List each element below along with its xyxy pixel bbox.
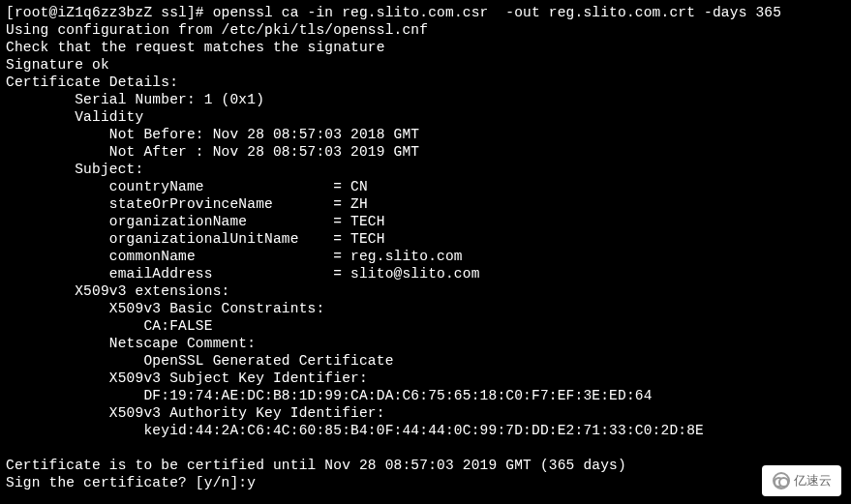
output-line: emailAddress = slito@slito.com <box>6 266 480 282</box>
shell-prompt: [root@iZ1q6zz3bzZ ssl]# <box>6 5 213 20</box>
output-line: Using configuration from /etc/pki/tls/op… <box>6 22 428 38</box>
output-line: Certificate is to be certified until Nov… <box>6 458 626 473</box>
output-line: stateOrProvinceName = ZH <box>6 196 368 212</box>
output-line: keyid:44:2A:C6:4C:60:85:B4:0F:44:44:0C:9… <box>6 423 704 438</box>
output-line: Subject: <box>6 162 143 177</box>
output-line: Validity <box>6 109 143 125</box>
output-line: X509v3 Basic Constraints: <box>6 301 333 316</box>
terminal-window[interactable]: [root@iZ1q6zz3bzZ ssl]# openssl ca -in r… <box>0 0 851 504</box>
output-line: Signature ok <box>6 57 109 73</box>
output-line: Certificate Details: <box>6 74 178 90</box>
output-line: Check that the request matches the signa… <box>6 40 385 55</box>
output-line: Not Before: Nov 28 08:57:03 2018 GMT <box>6 127 419 142</box>
input-prompt-line[interactable]: Sign the certificate? [y/n]:y <box>6 475 256 490</box>
output-line: commonName = reg.slito.com <box>6 249 463 264</box>
output-line: organizationName = TECH <box>6 214 385 229</box>
output-line: OpenSSL Generated Certificate <box>6 353 394 369</box>
output-line: X509v3 Subject Key Identifier: <box>6 371 377 386</box>
cloud-icon <box>773 472 790 489</box>
output-line: organizationalUnitName = TECH <box>6 231 385 247</box>
output-line: X509v3 Authority Key Identifier: <box>6 405 394 421</box>
output-line: X509v3 extensions: <box>6 283 229 299</box>
output-line: CA:FALSE <box>6 318 213 334</box>
output-line: DF:19:74:AE:DC:B8:1D:99:CA:DA:C6:75:65:1… <box>6 388 653 403</box>
output-line: countryName = CN <box>6 179 368 194</box>
watermark-badge: 亿速云 <box>762 465 841 496</box>
output-line: Not After : Nov 28 08:57:03 2019 GMT <box>6 144 419 160</box>
output-line: Netscape Comment: <box>6 336 264 351</box>
shell-command: openssl ca -in reg.slito.com.csr -out re… <box>213 5 782 20</box>
watermark-text: 亿速云 <box>794 472 832 489</box>
output-line: Serial Number: 1 (0x1) <box>6 92 264 107</box>
